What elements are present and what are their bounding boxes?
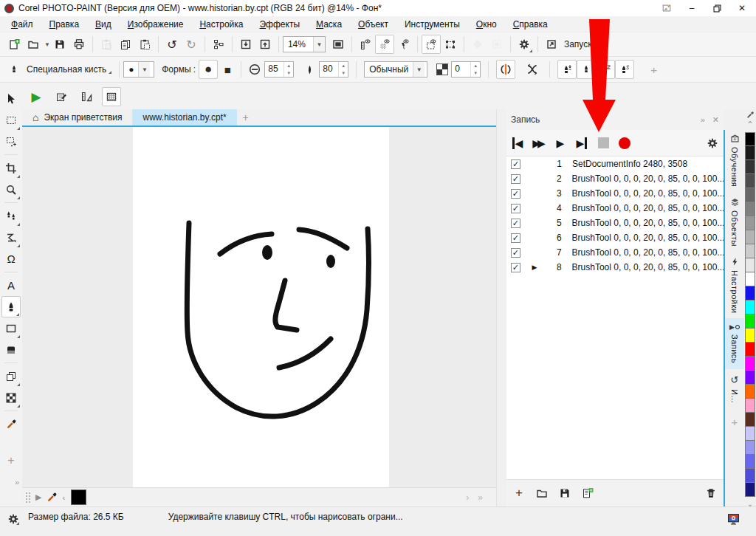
zoom-level-combo[interactable]: 14%▼: [283, 36, 326, 52]
launch-button[interactable]: [542, 35, 561, 54]
shape-edit-tool[interactable]: [1, 227, 21, 248]
undo-button[interactable]: ↺: [162, 35, 182, 54]
color-swatch[interactable]: [745, 385, 755, 399]
open-script-button[interactable]: [534, 485, 550, 501]
menu-7[interactable]: Маска: [308, 16, 350, 32]
options-gear-button[interactable]: [515, 35, 534, 54]
recorder-row[interactable]: ✓▶8BrushTool 0, 0, 0, 20, 0, 85, 0, 0, 1…: [506, 260, 724, 275]
show-rulers-button[interactable]: [356, 35, 375, 54]
stop-button[interactable]: [595, 135, 611, 151]
show-object-marquee-button[interactable]: [441, 35, 460, 54]
scrapbook-button[interactable]: [209, 35, 228, 54]
row-checkbox[interactable]: ✓: [511, 233, 520, 243]
paste-as-object-button[interactable]: [135, 35, 154, 54]
color-swatch[interactable]: [745, 413, 755, 427]
color-swatch[interactable]: [745, 160, 755, 174]
zoom-dropdown-icon[interactable]: ▼: [313, 37, 325, 52]
color-swatch[interactable]: [745, 315, 755, 329]
canvas-area[interactable]: [22, 127, 496, 487]
row-checkbox[interactable]: ✓: [511, 219, 520, 228]
color-swatch[interactable]: [745, 202, 755, 216]
copy-button[interactable]: [116, 35, 135, 54]
play-button[interactable]: ▶: [552, 135, 568, 151]
new-document-button[interactable]: [4, 35, 24, 54]
tab-welcome-screen[interactable]: ⌂ Экран приветствия: [22, 109, 132, 126]
clone-tool[interactable]: [1, 205, 21, 227]
color-swatch[interactable]: [745, 427, 755, 441]
edit-grid-button[interactable]: [52, 87, 71, 106]
drag-grip[interactable]: [25, 492, 31, 504]
open-dropdown-icon[interactable]: ▼: [44, 41, 50, 48]
menu-11[interactable]: Справка: [505, 16, 556, 32]
color-swatch[interactable]: [745, 300, 755, 315]
open-button[interactable]: [24, 35, 43, 54]
show-guidelines-button[interactable]: [394, 35, 413, 54]
status-gear-button[interactable]: [6, 512, 21, 526]
square-nib-button[interactable]: ■: [218, 60, 237, 79]
paint-mode-combo[interactable]: Обычный▼: [364, 61, 427, 78]
menu-5[interactable]: Настройка: [191, 16, 251, 32]
zoom-tool[interactable]: [1, 179, 21, 200]
preview-window-icon[interactable]: [656, 1, 678, 16]
new-command-button[interactable]: +: [511, 485, 527, 501]
nib-shape-combo[interactable]: ●▼: [123, 61, 154, 78]
color-swatch[interactable]: [745, 483, 755, 497]
menu-4[interactable]: Изображение: [120, 16, 192, 32]
tab-active-document[interactable]: www.historian.by.cpt*: [132, 109, 236, 126]
grid-button[interactable]: [102, 87, 121, 106]
docker-tab-обучения[interactable]: Обучения: [725, 128, 744, 192]
brush-settings-4-button[interactable]: [615, 60, 634, 79]
merge-mode-button[interactable]: [523, 60, 542, 79]
color-swatch[interactable]: [745, 272, 755, 286]
docker-tab-и[interactable]: ↺И...: [725, 369, 744, 408]
show-grid-button[interactable]: [375, 35, 394, 54]
rewind-to-start-button[interactable]: ◀: [509, 135, 526, 151]
brush-type-selector[interactable]: Специальная кисть: [27, 64, 112, 75]
document-page[interactable]: [133, 127, 389, 487]
round-nib-button[interactable]: ●: [199, 60, 218, 79]
row-checkbox[interactable]: ✓: [511, 174, 520, 184]
symmetry-button[interactable]: [496, 60, 515, 79]
brush-settings-3-button[interactable]: [596, 60, 615, 79]
effect-tool[interactable]: Ω: [1, 248, 21, 269]
docker-collapse-icon[interactable]: »: [701, 115, 705, 125]
color-swatch[interactable]: [745, 216, 755, 230]
forward-to-end-button[interactable]: ▶: [574, 135, 590, 151]
panel-splitter[interactable]: [496, 109, 506, 506]
redo-button[interactable]: ↻: [182, 35, 201, 54]
expand-arrow-icon[interactable]: ▶: [35, 492, 41, 502]
color-swatch[interactable]: [745, 357, 755, 371]
docker-tab-запись[interactable]: ▶Запись: [725, 318, 744, 368]
menu-1[interactable]: Файл: [3, 16, 41, 32]
collapse-chevron-icon[interactable]: ‹: [62, 493, 65, 502]
recorder-options-button[interactable]: [704, 135, 721, 151]
recorder-row[interactable]: ✓1SetDocumentInfo 2480, 3508: [506, 157, 724, 171]
eyedropper-tool[interactable]: [1, 413, 21, 435]
menu-3[interactable]: Вид: [87, 16, 120, 32]
customize-plus-button[interactable]: +: [650, 63, 657, 76]
save-script-button[interactable]: [557, 485, 573, 501]
recorder-row[interactable]: ✓7BrushTool 0, 0, 0, 20, 0, 85, 0, 0, 10…: [506, 245, 724, 260]
row-checkbox[interactable]: ✓: [511, 189, 520, 199]
color-swatch[interactable]: [745, 455, 755, 469]
crop-tool[interactable]: [1, 157, 21, 179]
import-button[interactable]: [236, 35, 255, 54]
color-swatch[interactable]: [745, 244, 755, 258]
color-swatch[interactable]: [745, 258, 755, 272]
record-button[interactable]: [616, 135, 633, 151]
text-tool[interactable]: А: [1, 275, 21, 296]
palette-eyedropper-icon[interactable]: [746, 111, 755, 120]
fill-tool[interactable]: [1, 387, 21, 408]
color-swatch[interactable]: [745, 132, 755, 146]
recorder-row[interactable]: ✓4BrushTool 0, 0, 0, 20, 0, 85, 0, 0, 10…: [506, 201, 724, 216]
fast-forward-button[interactable]: ▶▶: [531, 135, 547, 151]
color-swatch[interactable]: [745, 188, 755, 202]
paste-button[interactable]: [97, 35, 116, 54]
launch-dropdown-icon[interactable]: ▼: [596, 41, 602, 48]
menu-10[interactable]: Окно: [468, 16, 505, 32]
mask-transform-tool[interactable]: [1, 131, 21, 152]
row-checkbox[interactable]: ✓: [511, 204, 520, 213]
color-swatch[interactable]: [745, 441, 755, 455]
rectangle-mask-tool[interactable]: [1, 109, 21, 131]
recorder-row[interactable]: ✓2BrushTool 0, 0, 0, 20, 0, 85, 0, 0, 10…: [506, 171, 724, 186]
